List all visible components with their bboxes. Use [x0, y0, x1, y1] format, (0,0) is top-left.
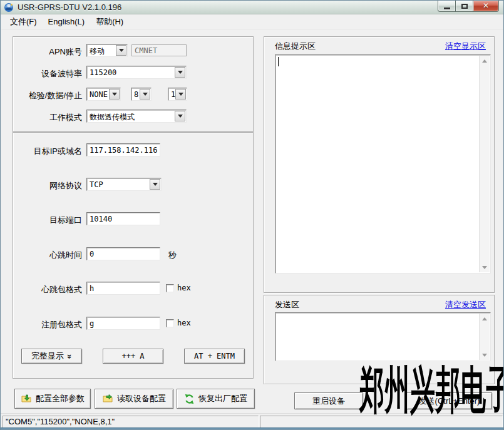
scroll-down-icon[interactable]	[480, 262, 490, 272]
checkbox-icon	[166, 319, 174, 327]
seconds-unit-label: 秒	[168, 250, 177, 261]
title-bar[interactable]: USR-GPRS-DTU V2.1.0.196 ✕	[1, 1, 503, 14]
factory-reset-button[interactable]: 恢复出厂配置	[177, 389, 255, 409]
send-button-label: 发送(CtrL+Enter)	[419, 396, 480, 407]
hex-label: hex	[177, 319, 191, 327]
minimize-icon	[444, 8, 450, 9]
target-ip-value: 117.158.142.116	[90, 146, 157, 155]
parity-data-stop-label: 检验/数据/停止	[9, 90, 82, 101]
parity-select[interactable]: NONE	[86, 88, 121, 101]
full-display-label: 完整显示	[31, 351, 64, 362]
chevron-double-down-icon: »	[65, 354, 75, 358]
data-bits-value: 8	[134, 90, 138, 99]
menu-bar: 文件(F) English(L) 帮助(H)	[1, 14, 504, 29]
send-button[interactable]: 发送(CtrL+Enter)	[406, 392, 492, 409]
menu-file[interactable]: 文件(F)	[5, 14, 42, 29]
stop-bits-select[interactable]: 1	[168, 88, 187, 101]
apn-name-field[interactable]: CMNET	[131, 44, 187, 56]
heartbeat-packet-input[interactable]: h	[86, 282, 160, 295]
send-panel-group: 发送区 清空发送区	[264, 295, 495, 384]
baud-label: 设备波特率	[9, 68, 82, 79]
at-entm-label: AT + ENTM	[194, 352, 235, 361]
read-config-label: 读取设备配置	[117, 393, 166, 404]
work-mode-value: 数据透传模式	[90, 112, 135, 123]
maximize-icon	[461, 4, 468, 9]
checkbox-icon	[166, 284, 174, 292]
info-panel-group: 信息提示区 清空显示区	[264, 36, 495, 293]
apn-carrier-select[interactable]: 移动	[86, 44, 128, 57]
register-hex-checkbox[interactable]: hex	[166, 319, 191, 327]
text-caret	[278, 57, 279, 66]
apn-carrier-value: 移动	[90, 46, 105, 57]
configure-all-label: 配置全部参数	[36, 393, 85, 404]
chevron-down-icon[interactable]	[175, 67, 185, 78]
target-port-value: 10140	[90, 215, 112, 223]
target-port-input[interactable]: 10140	[86, 212, 160, 225]
app-window: USR-GPRS-DTU V2.1.0.196 ✕ 文件(F) English(…	[0, 0, 504, 430]
chevron-down-icon[interactable]	[175, 111, 185, 121]
protocol-select[interactable]: TCP	[86, 178, 162, 191]
menu-english[interactable]: English(L)	[43, 15, 90, 28]
chevron-down-icon[interactable]	[150, 179, 160, 190]
restart-device-button[interactable]: 重启设备	[294, 392, 363, 409]
info-textarea[interactable]	[275, 54, 491, 274]
data-bits-select[interactable]: 8	[131, 88, 152, 101]
configure-all-button[interactable]: 配置全部参数	[14, 389, 91, 409]
restart-device-label: 重启设备	[312, 396, 345, 407]
maximize-button[interactable]	[456, 1, 473, 12]
info-scrollbar[interactable]	[479, 56, 490, 272]
chevron-down-icon[interactable]	[175, 89, 186, 100]
folder-download-icon	[21, 394, 32, 404]
target-port-label: 目标端口	[9, 215, 82, 226]
read-config-button[interactable]: 读取设备配置	[95, 389, 173, 409]
chevron-down-icon[interactable]	[116, 45, 126, 56]
protocol-value: TCP	[90, 180, 103, 189]
status-port-info: "COM5","115200","NONE,8,1"	[3, 416, 259, 428]
heartbeat-hex-checkbox[interactable]: hex	[166, 284, 191, 292]
minimize-button[interactable]	[438, 1, 456, 12]
send-scrollbar[interactable]	[479, 314, 490, 360]
send-textarea[interactable]	[275, 312, 491, 361]
clear-send-link[interactable]: 清空发送区	[445, 299, 486, 310]
heartbeat-time-input[interactable]: 0	[86, 247, 160, 260]
target-ip-input[interactable]: 117.158.142.116	[86, 143, 160, 156]
protocol-label: 网络协议	[9, 180, 82, 192]
full-display-button[interactable]: 完整显示 »	[21, 349, 82, 364]
plus-a-label: +++ A	[121, 352, 144, 361]
window-frame-edge	[1, 427, 503, 429]
clear-info-link[interactable]: 清空显示区	[445, 41, 486, 52]
register-packet-input[interactable]: g	[86, 317, 160, 330]
at-entm-button[interactable]: AT + ENTM	[184, 349, 245, 364]
close-icon: ✕	[473, 1, 498, 10]
work-mode-select[interactable]: 数据透传模式	[86, 110, 187, 123]
info-panel-title: 信息提示区	[275, 41, 316, 52]
baud-select[interactable]: 115200	[86, 66, 187, 79]
apn-name-value: CMNET	[135, 46, 157, 55]
app-icon	[4, 3, 14, 13]
status-right-field	[260, 416, 503, 428]
refresh-icon	[184, 394, 195, 404]
heartbeat-time-label: 心跳时间	[9, 250, 82, 261]
chevron-down-icon[interactable]	[109, 89, 120, 100]
register-packet-value: g	[90, 319, 94, 328]
target-ip-label: 目标IP或域名	[9, 146, 82, 157]
scroll-up-icon[interactable]	[480, 314, 490, 324]
register-packet-label: 注册包格式	[9, 319, 82, 330]
chevron-down-icon[interactable]	[140, 89, 150, 100]
send-panel-title: 发送区	[275, 299, 299, 310]
factory-reset-label: 恢复出厂配置	[198, 393, 247, 404]
heartbeat-packet-value: h	[90, 284, 94, 293]
hex-label: hex	[177, 284, 191, 292]
scroll-down-icon[interactable]	[480, 350, 490, 360]
apn-label: APN账号	[9, 46, 82, 58]
work-mode-label: 工作模式	[9, 112, 82, 123]
window-title: USR-GPRS-DTU V2.1.0.196	[18, 3, 121, 12]
close-button[interactable]: ✕	[473, 1, 499, 12]
heartbeat-packet-label: 心跳包格式	[9, 284, 82, 295]
scroll-up-icon[interactable]	[480, 56, 490, 66]
plus-plus-plus-a-button[interactable]: +++ A	[103, 349, 163, 364]
menu-help[interactable]: 帮助(H)	[91, 14, 128, 29]
baud-value: 115200	[90, 68, 116, 77]
heartbeat-time-value: 0	[90, 250, 94, 259]
folder-export-icon	[102, 394, 113, 404]
